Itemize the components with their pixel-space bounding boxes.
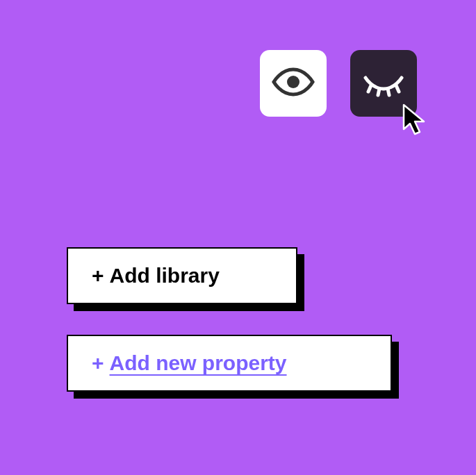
add-property-label: Add new property — [110, 351, 287, 375]
svg-line-4 — [396, 85, 399, 92]
plus-icon: + — [92, 264, 104, 288]
svg-line-3 — [388, 89, 389, 96]
visibility-show-tile[interactable] — [260, 50, 327, 117]
eye-closed-icon — [361, 60, 406, 107]
svg-line-1 — [368, 85, 371, 92]
add-library-label: Add library — [110, 264, 220, 288]
add-property-button[interactable]: + Add new property — [67, 335, 392, 392]
plus-icon: + — [92, 351, 104, 375]
eye-open-icon — [271, 60, 315, 107]
visibility-hide-tile[interactable] — [350, 50, 417, 117]
svg-line-2 — [378, 89, 379, 96]
svg-point-0 — [287, 76, 299, 88]
add-library-button[interactable]: + Add library — [67, 247, 297, 304]
